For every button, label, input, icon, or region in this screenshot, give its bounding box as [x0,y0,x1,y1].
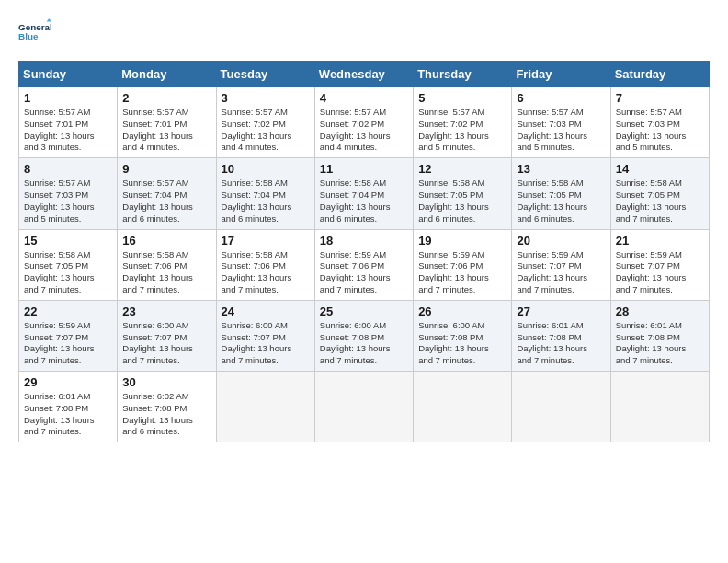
day-info-line: and 7 minutes. [24,284,112,296]
calendar-cell: 11Sunrise: 5:58 AMSunset: 7:04 PMDayligh… [314,158,413,229]
day-number: 1 [24,91,112,105]
day-info-line: Sunrise: 5:57 AM [517,107,605,119]
day-info-line: and 6 minutes. [122,426,210,438]
calendar-cell: 7Sunrise: 5:57 AMSunset: 7:03 PMDaylight… [610,87,709,158]
day-info-line: and 5 minutes. [24,213,112,225]
day-info-line: Sunset: 7:07 PM [122,332,210,344]
calendar-cell: 8Sunrise: 5:57 AMSunset: 7:03 PMDaylight… [19,158,118,229]
calendar-cell: 1Sunrise: 5:57 AMSunset: 7:01 PMDaylight… [19,87,118,158]
day-info-line: Sunset: 7:08 PM [122,403,210,415]
day-info-line: Daylight: 13 hours [616,131,704,143]
day-info-line: Sunrise: 6:02 AM [122,391,210,403]
day-number: 5 [418,91,506,105]
svg-marker-2 [47,18,51,22]
day-info-line: Sunset: 7:05 PM [517,190,605,201]
calendar-cell: 20Sunrise: 5:59 AMSunset: 7:07 PMDayligh… [512,229,610,300]
day-info-line: Sunrise: 5:59 AM [616,249,704,261]
day-info: Sunrise: 6:02 AMSunset: 7:08 PMDaylight:… [122,391,210,438]
day-info-line: Sunset: 7:04 PM [320,190,408,201]
day-info-line: Sunset: 7:03 PM [24,190,112,201]
calendar-cell: 10Sunrise: 5:58 AMSunset: 7:04 PMDayligh… [216,158,314,229]
day-info: Sunrise: 6:00 AMSunset: 7:07 PMDaylight:… [122,320,210,367]
day-info-line: Sunset: 7:06 PM [418,260,506,272]
day-info: Sunrise: 5:57 AMSunset: 7:03 PMDaylight:… [24,178,112,224]
col-header-monday: Monday [118,62,216,87]
day-info-line: Daylight: 13 hours [418,201,506,213]
day-info-line: Sunset: 7:08 PM [418,332,506,344]
day-info-line: Daylight: 13 hours [517,201,605,213]
day-info-line: Sunset: 7:08 PM [517,332,605,344]
day-info: Sunrise: 5:58 AMSunset: 7:06 PMDaylight:… [122,249,210,296]
day-info-line: Sunrise: 5:59 AM [320,249,408,261]
day-info-line: Sunrise: 5:58 AM [222,178,310,190]
day-number: 26 [418,304,506,318]
calendar-cell: 24Sunrise: 6:00 AMSunset: 7:07 PMDayligh… [216,300,314,371]
day-info-line: Sunrise: 5:57 AM [122,107,210,119]
day-info-line: and 5 minutes. [517,142,605,154]
calendar-cell [512,372,610,442]
day-info: Sunrise: 5:58 AMSunset: 7:04 PMDaylight:… [222,178,310,224]
day-info-line: Sunrise: 6:00 AM [418,320,506,332]
day-info-line: Sunrise: 6:00 AM [122,320,210,332]
day-info: Sunrise: 5:58 AMSunset: 7:04 PMDaylight:… [320,178,408,224]
day-info-line: Sunset: 7:08 PM [616,332,704,344]
day-info-line: and 7 minutes. [320,355,408,367]
calendar-cell [314,372,413,442]
day-info-line: and 7 minutes. [517,284,605,296]
day-info: Sunrise: 6:00 AMSunset: 7:07 PMDaylight:… [222,320,310,367]
day-info: Sunrise: 5:57 AMSunset: 7:03 PMDaylight:… [517,107,605,154]
day-number: 25 [320,304,408,318]
logo-icon: General Blue [18,18,51,52]
day-info-line: Daylight: 13 hours [222,272,310,284]
day-info-line: Sunrise: 5:57 AM [122,178,210,190]
day-info-line: Sunset: 7:08 PM [320,332,408,344]
day-info-line: Sunrise: 5:58 AM [122,249,210,261]
day-info-line: Daylight: 13 hours [616,343,704,355]
day-info-line: Daylight: 13 hours [24,201,112,213]
day-info-line: and 7 minutes. [517,355,605,367]
day-info-line: Sunrise: 5:59 AM [517,249,605,261]
day-info-line: Daylight: 13 hours [122,272,210,284]
day-info: Sunrise: 5:57 AMSunset: 7:04 PMDaylight:… [122,178,210,224]
day-info-line: Sunset: 7:02 PM [418,119,506,131]
calendar-cell: 26Sunrise: 6:00 AMSunset: 7:08 PMDayligh… [414,300,512,371]
day-number: 11 [320,162,408,176]
day-info: Sunrise: 5:57 AMSunset: 7:01 PMDaylight:… [122,107,210,154]
day-info-line: Daylight: 13 hours [320,343,408,355]
col-header-thursday: Thursday [414,62,512,87]
day-number: 24 [222,304,310,318]
day-number: 6 [517,91,605,105]
calendar: SundayMondayTuesdayWednesdayThursdayFrid… [18,61,710,442]
day-number: 10 [222,162,310,176]
day-info-line: Sunset: 7:04 PM [122,190,210,201]
day-info-line: Daylight: 13 hours [320,131,408,143]
calendar-header-row: SundayMondayTuesdayWednesdayThursdayFrid… [19,62,710,87]
day-number: 20 [517,234,605,247]
day-number: 3 [222,91,310,105]
day-info: Sunrise: 5:57 AMSunset: 7:03 PMDaylight:… [616,107,704,154]
day-info-line: Sunrise: 6:01 AM [616,320,704,332]
day-info-line: Daylight: 13 hours [222,131,310,143]
day-info: Sunrise: 5:57 AMSunset: 7:02 PMDaylight:… [418,107,506,154]
day-number: 8 [24,162,112,176]
calendar-cell: 19Sunrise: 5:59 AMSunset: 7:06 PMDayligh… [414,229,512,300]
day-info-line: Sunset: 7:07 PM [24,332,112,344]
day-number: 22 [24,304,112,318]
svg-text:General: General [18,22,51,32]
day-info-line: Sunrise: 5:58 AM [222,249,310,261]
day-info-line: Sunset: 7:08 PM [24,403,112,415]
day-number: 27 [517,304,605,318]
day-info-line: and 6 minutes. [418,213,506,225]
day-info-line: Daylight: 13 hours [517,131,605,143]
calendar-cell: 16Sunrise: 5:58 AMSunset: 7:06 PMDayligh… [118,229,216,300]
day-info-line: and 7 minutes. [418,355,506,367]
day-info: Sunrise: 5:58 AMSunset: 7:05 PMDaylight:… [418,178,506,224]
col-header-tuesday: Tuesday [216,62,314,87]
calendar-cell: 17Sunrise: 5:58 AMSunset: 7:06 PMDayligh… [216,229,314,300]
calendar-cell [414,372,512,442]
calendar-cell: 28Sunrise: 6:01 AMSunset: 7:08 PMDayligh… [610,300,709,371]
col-header-friday: Friday [512,62,610,87]
day-info: Sunrise: 6:01 AMSunset: 7:08 PMDaylight:… [616,320,704,367]
day-number: 19 [418,234,506,247]
day-info-line: Daylight: 13 hours [122,131,210,143]
